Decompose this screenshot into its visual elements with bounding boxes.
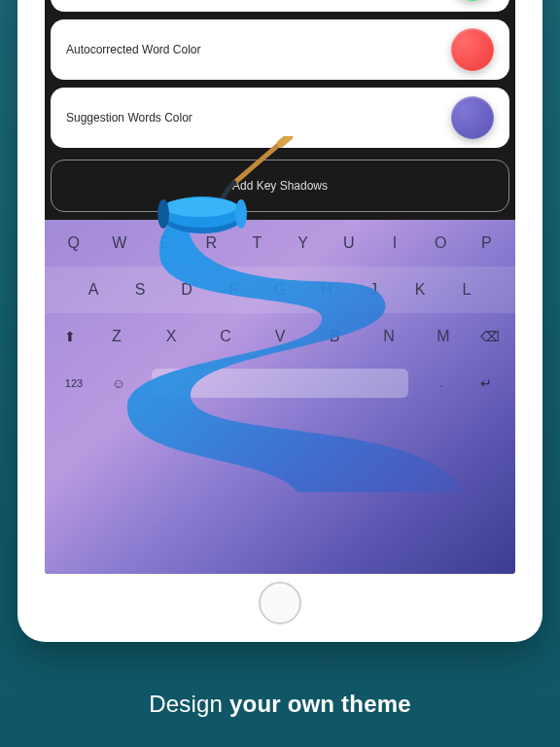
color-swatch-red[interactable] [451,28,494,71]
key[interactable]: M [416,328,471,345]
key[interactable]: R [189,234,234,252]
key[interactable]: T [234,234,280,252]
key[interactable]: W [96,234,142,252]
key[interactable]: C [198,328,253,345]
add-key-shadows-button[interactable]: Add Key Shadows [51,160,509,212]
theme-settings-panel: Key Color Autocorrected Word Color Sugge… [45,0,515,156]
key[interactable]: H [303,281,350,299]
setting-label: Autocorrected Word Color [66,43,201,56]
caption-bold: your own theme [229,691,411,717]
keyboard-row-1: Q W E R T Y U I O P [45,220,515,267]
setting-key-color[interactable]: Key Color [51,0,509,12]
key[interactable]: J [350,281,397,299]
key[interactable]: X [144,328,198,345]
key[interactable]: A [70,281,117,299]
key[interactable]: B [307,328,362,345]
setting-label: Suggestion Words Color [66,111,192,124]
home-button[interactable] [259,582,301,624]
keyboard-row-3: ⬆ Z X C V B N M ⌫ [45,313,515,360]
setting-autocorrected-color[interactable]: Autocorrected Word Color [51,19,509,80]
shift-key-icon[interactable]: ⬆ [51,329,89,344]
key[interactable]: O [418,234,464,252]
spacebar-key[interactable] [152,369,408,398]
key[interactable]: F [210,281,257,299]
key[interactable]: G [257,281,303,299]
caption-pre: Design [149,691,229,717]
key[interactable]: Y [280,234,326,252]
period-key[interactable]: . [422,377,461,389]
key[interactable]: L [443,281,490,299]
keyboard-row-2: A S D F G H J K L [45,267,515,313]
button-label: Add Key Shadows [232,179,328,193]
tablet-device-frame: Key Color Autocorrected Word Color Sugge… [18,0,542,642]
key[interactable]: I [371,234,417,252]
device-screen: Key Color Autocorrected Word Color Sugge… [45,0,515,574]
key[interactable]: N [362,328,416,345]
emoji-key-icon[interactable]: ☺ [99,375,138,391]
color-swatch-purple[interactable] [451,96,494,139]
key[interactable]: D [163,281,210,299]
key[interactable]: V [253,328,307,345]
keyboard-preview: Q W E R T Y U I O P A S D F G H J K L [45,220,515,574]
key[interactable]: U [326,234,371,252]
setting-suggestion-color[interactable]: Suggestion Words Color [51,88,509,148]
key[interactable]: K [397,281,443,299]
color-swatch-green[interactable] [451,0,494,1]
key[interactable]: Q [51,234,96,252]
key[interactable]: S [117,281,163,299]
keyboard-row-bottom: 123 ☺ . ↵ [45,360,515,407]
key[interactable]: E [142,234,188,252]
key[interactable]: P [464,234,509,252]
return-key-icon[interactable]: ↵ [467,375,506,391]
backspace-key-icon[interactable]: ⌫ [471,329,509,344]
numbers-key[interactable]: 123 [54,377,93,389]
key[interactable]: Z [89,328,144,345]
marketing-caption: Design your own theme [0,691,560,718]
